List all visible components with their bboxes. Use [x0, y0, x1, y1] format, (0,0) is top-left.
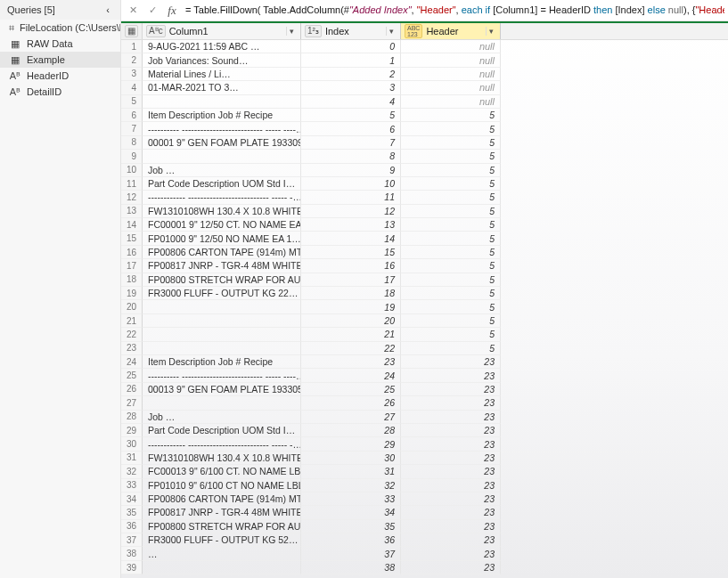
table-row[interactable]: 31 FW1310108WH 130.4 X 10.8 WHITE KG …30…: [121, 452, 728, 465]
cell-index[interactable]: 11: [301, 191, 401, 204]
cell-header[interactable]: null: [401, 95, 501, 109]
table-row[interactable]: 25---------- -------------------------- …: [121, 369, 728, 382]
row-number[interactable]: 26: [121, 383, 143, 396]
cell-index[interactable]: 35: [301, 520, 401, 533]
table-row[interactable]: 32 FC00013 9" 6/100 CT. NO NAME LBL EA ……: [121, 465, 728, 478]
row-number[interactable]: 11: [121, 177, 143, 191]
cell-header[interactable]: 5: [401, 232, 501, 245]
table-row[interactable]: 29 Part Code Description UOM Std I…2823: [121, 424, 728, 437]
table-row[interactable]: 38 …3723: [121, 547, 728, 560]
table-row[interactable]: 272623: [121, 396, 728, 410]
cell-header[interactable]: 23: [401, 452, 501, 465]
cell-column1[interactable]: Item Description Job # Recipe: [143, 355, 301, 369]
row-number[interactable]: 22: [121, 328, 143, 341]
cell-header[interactable]: 5: [401, 218, 501, 232]
cell-column1[interactable]: FP01000 9" 12/50 NO NAME EA 1…: [143, 232, 301, 245]
table-row[interactable]: 22215: [121, 328, 728, 341]
cell-header[interactable]: 23: [401, 411, 501, 424]
cell-column1[interactable]: Job …: [143, 411, 301, 424]
cell-column1[interactable]: FW1310108WH 130.4 X 10.8 WHITE KG …: [143, 452, 301, 465]
cell-index[interactable]: 34: [301, 506, 401, 519]
cell-index[interactable]: 23: [301, 355, 401, 369]
cell-index[interactable]: 1: [301, 53, 401, 67]
cell-index[interactable]: 27: [301, 411, 401, 424]
table-row[interactable]: 34 FP00806 CARTON TAPE (914m) MTR …3323: [121, 493, 728, 506]
cell-header[interactable]: 5: [401, 342, 501, 355]
cell-header[interactable]: 5: [401, 259, 501, 273]
cell-header[interactable]: 5: [401, 191, 501, 204]
cell-header[interactable]: 23: [401, 424, 501, 437]
row-number[interactable]: 21: [121, 314, 143, 328]
table-row[interactable]: 14 FC00001 9" 12/50 CT. NO NAME EA135: [121, 218, 728, 232]
cell-column1[interactable]: ---------- -------------------------- --…: [143, 369, 301, 382]
cell-header[interactable]: 23: [401, 547, 501, 560]
table-row[interactable]: 21205: [121, 314, 728, 328]
row-number[interactable]: 8: [121, 136, 143, 150]
cell-index[interactable]: 19: [301, 300, 401, 313]
row-number[interactable]: 36: [121, 520, 143, 533]
row-number[interactable]: 28: [121, 411, 143, 424]
cell-index[interactable]: 21: [301, 328, 401, 341]
cell-index[interactable]: 22: [301, 342, 401, 355]
table-row[interactable]: 985: [121, 150, 728, 163]
cell-index[interactable]: 3: [301, 81, 401, 94]
query-item[interactable]: AᴮHeaderID: [0, 68, 120, 84]
cell-index[interactable]: 8: [301, 150, 401, 163]
cell-column1[interactable]: FW1310108WH 130.4 X 10.8 WHITE KG …: [143, 205, 301, 218]
cell-column1[interactable]: 9-AUG-2021 11:59 ABC …: [143, 40, 301, 53]
cell-header[interactable]: 23: [401, 383, 501, 396]
cell-header[interactable]: 5: [401, 287, 501, 300]
cell-index[interactable]: 6: [301, 122, 401, 135]
row-number[interactable]: 7: [121, 122, 143, 135]
formula-text[interactable]: = Table.FillDown( Table.AddColumn(#"Adde…: [184, 4, 724, 16]
cell-header[interactable]: null: [401, 81, 501, 94]
cell-index[interactable]: 14: [301, 232, 401, 245]
cell-index[interactable]: 38: [301, 561, 401, 574]
cell-index[interactable]: 4: [301, 95, 401, 109]
cell-column1[interactable]: [143, 150, 301, 163]
cell-header[interactable]: 5: [401, 109, 501, 122]
cell-header[interactable]: null: [401, 40, 501, 53]
cell-header[interactable]: 5: [401, 300, 501, 313]
row-number[interactable]: 35: [121, 506, 143, 519]
table-row[interactable]: 19-AUG-2021 11:59 ABC …0null: [121, 40, 728, 53]
cell-column1[interactable]: ------------ -------------------------- …: [143, 437, 301, 451]
row-number[interactable]: 32: [121, 465, 143, 478]
cell-index[interactable]: 28: [301, 424, 401, 437]
fx-icon[interactable]: fx: [164, 3, 180, 19]
rownum-header[interactable]: ▦: [121, 23, 143, 39]
row-number[interactable]: 29: [121, 424, 143, 437]
cell-header[interactable]: 5: [401, 314, 501, 328]
cell-index[interactable]: 5: [301, 109, 401, 122]
cell-column1[interactable]: FP00817 JNRP - TGR-4 48M WHITE EA …: [143, 506, 301, 519]
cell-index[interactable]: 18: [301, 287, 401, 300]
cell-column1[interactable]: FP00800 STRETCH WRAP FOR AUTOMATI…: [143, 520, 301, 533]
cell-header[interactable]: 5: [401, 122, 501, 135]
cell-header[interactable]: 23: [401, 369, 501, 382]
cell-column1[interactable]: Item Description Job # Recipe: [143, 109, 301, 122]
table-row[interactable]: 33 FP01010 9" 6/100 CT NO NAME LBL EA …3…: [121, 479, 728, 493]
cell-header[interactable]: 23: [401, 396, 501, 410]
row-number[interactable]: 30: [121, 437, 143, 451]
table-row[interactable]: 15 FP01000 9" 12/50 NO NAME EA 1…145: [121, 232, 728, 245]
cell-index[interactable]: 2: [301, 68, 401, 81]
table-row[interactable]: 6Item Description Job # Recipe55: [121, 109, 728, 122]
table-row[interactable]: 3 Material Lines / Li…2null: [121, 68, 728, 81]
cell-column1[interactable]: [143, 95, 301, 109]
cell-header[interactable]: 5: [401, 273, 501, 287]
column-header-column1[interactable]: Aᴮc Column1 ▾: [143, 23, 301, 39]
cell-index[interactable]: 9: [301, 164, 401, 177]
table-row[interactable]: 36 FP00800 STRETCH WRAP FOR AUTOMATI…352…: [121, 520, 728, 533]
cell-column1[interactable]: FC00001 9" 12/50 CT. NO NAME EA: [143, 218, 301, 232]
table-row[interactable]: 7---------- -------------------------- -…: [121, 122, 728, 135]
cell-index[interactable]: 26: [301, 396, 401, 410]
table-row[interactable]: 23225: [121, 342, 728, 355]
table-row[interactable]: 35 FP00817 JNRP - TGR-4 48M WHITE EA …34…: [121, 506, 728, 519]
row-number[interactable]: 2: [121, 53, 143, 67]
cell-header[interactable]: 23: [401, 437, 501, 451]
cell-column1[interactable]: FP01010 9" 6/100 CT NO NAME LBL EA …: [143, 479, 301, 493]
cell-column1[interactable]: [143, 342, 301, 355]
cell-header[interactable]: 23: [401, 561, 501, 574]
cell-column1[interactable]: 01-MAR-2021 TO 3…: [143, 81, 301, 94]
row-number[interactable]: 4: [121, 81, 143, 94]
